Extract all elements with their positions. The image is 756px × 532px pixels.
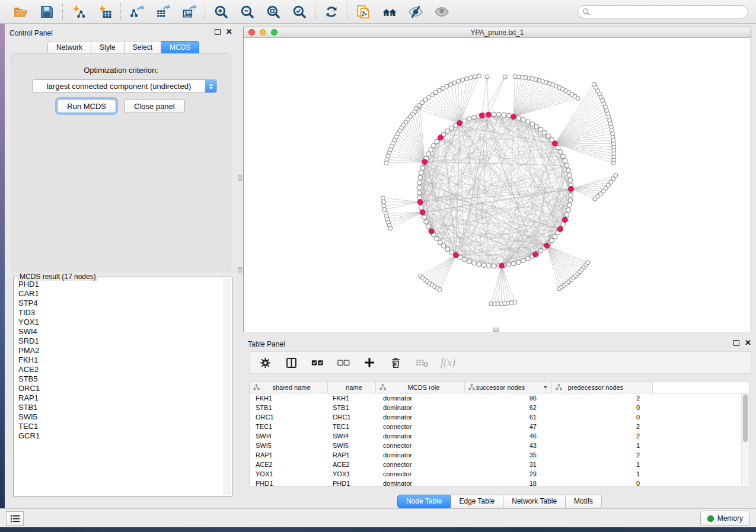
clone-network-icon[interactable] [355, 4, 371, 20]
network-node[interactable] [448, 82, 452, 86]
network-node[interactable] [568, 198, 573, 203]
hide-selected-icon[interactable] [407, 4, 423, 20]
dominator-node[interactable] [511, 114, 516, 119]
close-panel-icon[interactable]: ✕ [745, 340, 751, 346]
table-row[interactable]: ACE2ACE2connector311 [250, 460, 749, 469]
tab-select[interactable]: Select [125, 41, 161, 55]
network-node[interactable] [422, 215, 426, 220]
network-node[interactable] [492, 264, 496, 268]
network-node[interactable] [556, 145, 560, 150]
network-node[interactable] [414, 106, 418, 110]
mcds-result-item[interactable]: TID3 [14, 308, 222, 318]
open-icon[interactable] [12, 4, 28, 20]
dominator-node[interactable] [454, 252, 459, 258]
search-box[interactable] [578, 5, 748, 18]
network-node[interactable] [538, 248, 543, 253]
dominator-node[interactable] [544, 243, 550, 248]
mcds-result-item[interactable]: PMA2 [14, 346, 222, 355]
show-all-icon[interactable] [433, 4, 449, 20]
dominator-node[interactable] [569, 186, 574, 191]
network-node[interactable] [468, 76, 473, 80]
network-node[interactable] [550, 238, 554, 243]
network-node[interactable] [467, 259, 472, 264]
splitter-handle[interactable] [238, 267, 242, 273]
mcds-result-item[interactable]: FKH1 [14, 355, 222, 365]
table-scrollbar[interactable] [741, 393, 749, 485]
close-window-icon[interactable] [248, 29, 255, 36]
table-row[interactable]: STB1STB1dominator620 [250, 403, 749, 412]
dominator-node[interactable] [532, 252, 538, 257]
tab-style[interactable]: Style [91, 41, 125, 55]
add-column-icon[interactable] [362, 355, 377, 370]
close-panel-icon[interactable]: ✕ [226, 29, 232, 35]
network-node[interactable] [525, 257, 530, 261]
network-node[interactable] [467, 117, 472, 121]
network-node[interactable] [432, 143, 436, 148]
network-node[interactable] [449, 250, 454, 255]
table-row[interactable]: PHD1PHD1dominator180 [250, 479, 749, 486]
network-node[interactable] [530, 122, 535, 127]
mcds-result-item[interactable]: ORC1 [14, 384, 222, 393]
column-header-MCDS-role[interactable]: MCDS role [376, 382, 465, 393]
table-row[interactable]: FKH1FKH1dominator962 [250, 393, 749, 403]
horizontal-splitter-handle[interactable] [493, 328, 499, 332]
network-node[interactable] [461, 78, 465, 82]
tab-motifs[interactable]: Motifs [566, 495, 602, 508]
network-node[interactable] [419, 205, 424, 210]
network-node[interactable] [614, 174, 618, 178]
network-node[interactable] [473, 75, 477, 79]
network-node[interactable] [561, 154, 566, 159]
import-table-icon[interactable] [97, 4, 113, 20]
close-panel-button[interactable]: Close panel [124, 99, 185, 113]
network-node[interactable] [418, 175, 423, 180]
table-row[interactable]: SWI5SWI5connector431 [250, 441, 749, 450]
column-header-shared-name[interactable]: shared name [250, 382, 328, 393]
column-header-name[interactable]: name [328, 382, 376, 393]
network-node[interactable] [586, 261, 590, 265]
search-input[interactable] [591, 7, 748, 17]
delete-column-icon[interactable] [388, 355, 403, 370]
network-node[interactable] [445, 247, 450, 252]
network-node[interactable] [546, 134, 551, 139]
minimize-window-icon[interactable] [260, 29, 266, 36]
network-node[interactable] [566, 208, 571, 213]
mcds-result-item[interactable]: RAP1 [14, 393, 222, 403]
dominator-node[interactable] [499, 263, 505, 268]
mcds-result-item[interactable]: TEC1 [14, 422, 222, 431]
network-node[interactable] [516, 260, 521, 265]
network-node[interactable] [382, 204, 386, 208]
dominator-node[interactable] [479, 113, 484, 118]
deselect-all-icon[interactable] [336, 355, 350, 370]
network-node[interactable] [381, 196, 385, 200]
dominator-node[interactable] [457, 121, 462, 126]
network-node[interactable] [564, 164, 569, 168]
select-all-icon[interactable] [310, 355, 324, 370]
network-node[interactable] [496, 112, 501, 117]
network-node[interactable] [534, 124, 539, 129]
network-node[interactable] [521, 258, 526, 263]
network-node[interactable] [553, 235, 557, 239]
dominator-node[interactable] [417, 200, 423, 205]
dominator-node[interactable] [557, 227, 563, 232]
network-node[interactable] [417, 185, 422, 190]
network-node[interactable] [567, 203, 572, 207]
float-window-icon[interactable] [215, 29, 221, 35]
column-header-predecessor-nodes[interactable]: predecessor nodes [552, 382, 653, 393]
network-node[interactable] [420, 166, 425, 171]
mcds-result-item[interactable]: STB1 [14, 403, 222, 412]
maximize-window-icon[interactable] [271, 29, 277, 36]
function-builder-icon[interactable]: f(x) [441, 357, 455, 369]
zoom-out-icon[interactable] [239, 4, 255, 20]
network-node[interactable] [417, 190, 422, 195]
result-scrollbar[interactable] [224, 278, 231, 495]
delete-table-icon[interactable] [414, 355, 429, 370]
table-row[interactable]: TEC1TEC1connector472 [250, 422, 749, 431]
mcds-result-item[interactable]: STB5 [14, 374, 222, 384]
network-node[interactable] [513, 75, 517, 79]
network-node[interactable] [538, 127, 543, 132]
table-row[interactable]: YOX1YOX1connector291 [250, 469, 749, 479]
network-node[interactable] [472, 115, 477, 120]
network-node[interactable] [435, 236, 439, 241]
network-node[interactable] [438, 287, 442, 291]
export-table-icon[interactable] [155, 4, 171, 20]
